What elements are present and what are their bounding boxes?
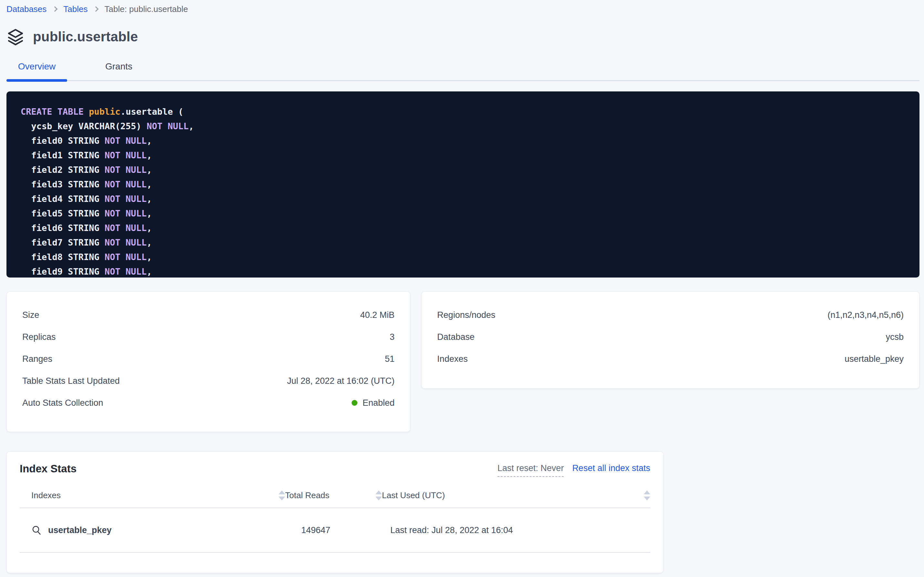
page-title: public.usertable bbox=[33, 29, 138, 45]
summary-cards-row: Size40.2 MiBReplicas3Ranges51Table Stats… bbox=[6, 292, 919, 432]
status-enabled-dot-icon bbox=[352, 400, 357, 406]
summary-label: Auto Stats Collection bbox=[22, 398, 103, 408]
sql-line: field2 STRING NOT NULL, bbox=[21, 163, 905, 177]
column-header-last-used[interactable]: Last Used (UTC) bbox=[382, 490, 650, 508]
sql-token: field2 STRING bbox=[21, 165, 104, 175]
column-header-label: Total Reads bbox=[285, 490, 329, 500]
breadcrumb-link-tables[interactable]: Tables bbox=[63, 4, 87, 14]
sql-token: public bbox=[89, 106, 121, 117]
sql-token: field6 STRING bbox=[21, 223, 104, 233]
column-header-indexes[interactable]: Indexes bbox=[20, 490, 285, 508]
sql-line: field4 STRING NOT NULL, bbox=[21, 192, 905, 206]
sort-icon[interactable] bbox=[644, 490, 650, 500]
sort-icon[interactable] bbox=[376, 490, 382, 500]
sql-token: , bbox=[146, 223, 152, 233]
summary-row: Size40.2 MiB bbox=[22, 304, 395, 326]
sql-token: , bbox=[146, 179, 152, 189]
sql-token: field7 STRING bbox=[21, 237, 104, 247]
sql-token: .usertable ( bbox=[121, 106, 183, 117]
search-icon bbox=[31, 525, 42, 535]
sql-token: CREATE TABLE bbox=[21, 106, 89, 117]
summary-value-text: usertable_pkey bbox=[845, 354, 904, 364]
summary-label: Size bbox=[22, 310, 39, 320]
summary-value-text: 3 bbox=[390, 332, 395, 342]
column-header-total-reads[interactable]: Total Reads bbox=[285, 490, 382, 508]
sql-token: NOT NULL bbox=[104, 136, 146, 146]
summary-value: Jul 28, 2022 at 16:02 (UTC) bbox=[287, 376, 395, 386]
sql-line: field3 STRING NOT NULL, bbox=[21, 177, 905, 192]
chevron-right-icon bbox=[52, 6, 58, 12]
sort-icon[interactable] bbox=[279, 490, 285, 500]
summary-row: Replicas3 bbox=[22, 326, 395, 348]
stack-icon bbox=[6, 28, 24, 46]
breadcrumb-link-databases[interactable]: Databases bbox=[6, 4, 47, 14]
summary-value: usertable_pkey bbox=[845, 354, 904, 364]
summary-value-text: (n1,n2,n3,n4,n5,n6) bbox=[828, 310, 904, 320]
sql-token: NOT NULL bbox=[104, 165, 146, 175]
table-meta-card: Regions/nodes(n1,n2,n3,n4,n5,n6)Database… bbox=[421, 292, 919, 388]
sql-token: NOT NULL bbox=[104, 223, 146, 233]
summary-value-text: 40.2 MiB bbox=[360, 310, 395, 320]
sql-line: field5 STRING NOT NULL, bbox=[21, 206, 905, 221]
index-stats-header: Index Stats Last reset: Never Reset all … bbox=[20, 461, 650, 477]
sql-token: NOT NULL bbox=[104, 266, 146, 277]
summary-label: Indexes bbox=[437, 354, 468, 364]
summary-label: Table Stats Last Updated bbox=[22, 376, 120, 386]
sql-line: field1 STRING NOT NULL, bbox=[21, 148, 905, 163]
table-details-page: Databases Tables Table: public.usertable… bbox=[0, 0, 924, 573]
summary-row: Auto Stats CollectionEnabled bbox=[22, 392, 395, 414]
sql-token: , bbox=[146, 208, 152, 218]
sql-token: , bbox=[146, 266, 152, 277]
sql-token: , bbox=[146, 150, 152, 160]
sql-token: NOT NULL bbox=[104, 208, 146, 218]
sql-token: , bbox=[146, 237, 152, 247]
sql-line: field0 STRING NOT NULL, bbox=[21, 134, 905, 148]
sql-line: field6 STRING NOT NULL, bbox=[21, 221, 905, 235]
sql-token: field9 STRING bbox=[21, 266, 104, 277]
summary-value: 40.2 MiB bbox=[360, 310, 395, 320]
create-table-sql-block: CREATE TABLE public.usertable ( ycsb_key… bbox=[6, 92, 919, 277]
total-reads-value: 149647 bbox=[285, 508, 382, 553]
summary-value: ycsb bbox=[885, 332, 904, 342]
summary-row: Databaseycsb bbox=[437, 326, 904, 348]
page-header: public.usertable bbox=[6, 27, 919, 47]
summary-value: Enabled bbox=[352, 398, 395, 408]
sql-token: , bbox=[146, 252, 152, 262]
last-reset-label: Last reset: Never bbox=[498, 463, 564, 477]
breadcrumb-current: Table: public.usertable bbox=[104, 4, 188, 14]
sql-token: ycsb_key VARCHAR(255) bbox=[21, 121, 146, 131]
sql-line: CREATE TABLE public.usertable ( bbox=[21, 104, 905, 119]
summary-value: 51 bbox=[385, 354, 395, 364]
summary-row: Indexesusertable_pkey bbox=[437, 348, 904, 370]
sql-token: field0 STRING bbox=[21, 136, 104, 146]
table-stats-card: Size40.2 MiBReplicas3Ranges51Table Stats… bbox=[6, 292, 410, 432]
index-stats-table-row: usertable_pkey149647Last read: Jul 28, 2… bbox=[20, 508, 650, 553]
chevron-right-icon bbox=[93, 6, 99, 12]
sql-token: , bbox=[188, 121, 194, 131]
breadcrumb: Databases Tables Table: public.usertable bbox=[6, 0, 919, 14]
sql-token: , bbox=[146, 136, 152, 146]
summary-row: Ranges51 bbox=[22, 348, 395, 370]
sql-token: NOT NULL bbox=[104, 150, 146, 160]
summary-value-text: ycsb bbox=[885, 332, 904, 342]
index-name-link[interactable]: usertable_pkey bbox=[48, 525, 112, 535]
tab-bar: Overview Grants bbox=[6, 61, 919, 81]
tab-overview[interactable]: Overview bbox=[6, 61, 67, 80]
sql-token: field4 STRING bbox=[21, 194, 104, 204]
summary-label: Database bbox=[437, 332, 475, 342]
sql-line: field8 STRING NOT NULL, bbox=[21, 250, 905, 264]
summary-value: 3 bbox=[390, 332, 395, 342]
sql-token: field1 STRING bbox=[21, 150, 104, 160]
column-header-label: Indexes bbox=[31, 490, 61, 500]
tab-grants[interactable]: Grants bbox=[88, 61, 149, 80]
summary-label: Regions/nodes bbox=[437, 310, 495, 320]
sql-token: NOT NULL bbox=[104, 179, 146, 189]
sql-token: NOT NULL bbox=[104, 252, 146, 262]
reset-index-stats-link[interactable]: Reset all index stats bbox=[572, 463, 650, 473]
sql-token: NOT NULL bbox=[146, 121, 188, 131]
sql-line: field9 STRING NOT NULL, bbox=[21, 264, 905, 277]
summary-row: Regions/nodes(n1,n2,n3,n4,n5,n6) bbox=[437, 304, 904, 326]
summary-value-text: 51 bbox=[385, 354, 395, 364]
summary-row: Table Stats Last UpdatedJul 28, 2022 at … bbox=[22, 370, 395, 392]
sql-token: , bbox=[146, 165, 152, 175]
